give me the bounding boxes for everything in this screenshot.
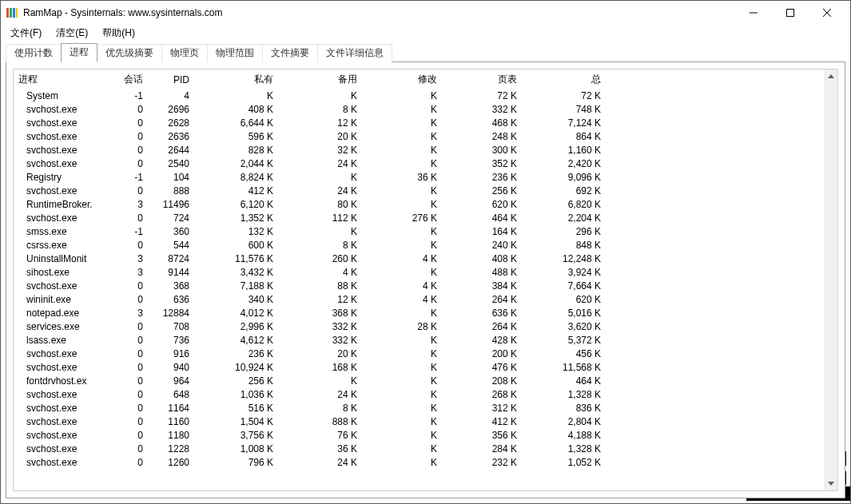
cell-priv: 340 K (196, 293, 280, 307)
process-listview[interactable]: 进程 会话 PID 私有 备用 修改 页表 总 System- (14, 69, 824, 490)
column-headers: 进程 会话 PID 私有 备用 修改 页表 总 (14, 69, 824, 89)
table-row[interactable]: svchost.exe01260796 K24 KK232 K1,052 K (14, 456, 824, 470)
col-process[interactable]: 进程 (14, 69, 109, 89)
table-row[interactable]: svchost.exe02644828 K32 KK300 K1,160 K (14, 144, 824, 157)
table-row[interactable]: fontdrvhost.ex0964256 KKK208 K464 K (14, 375, 824, 388)
table-row[interactable]: Registry-11048,824 KK36 K236 K9,096 K (14, 171, 824, 185)
cell-pt: 236 K (443, 171, 523, 185)
tab-file-summary[interactable]: 文件摘要 (262, 44, 318, 62)
cell-sess: 0 (109, 103, 149, 117)
cell-pid: 1260 (149, 456, 196, 470)
cell-sess: 0 (109, 347, 149, 361)
table-row[interactable]: lsass.exe07364,612 K332 KK428 K5,372 K (14, 334, 824, 347)
cell-tot: 7,664 K (523, 280, 607, 293)
cell-proc: svchost.exe (14, 429, 109, 442)
minimize-button[interactable] (735, 1, 772, 25)
cell-pid: 888 (149, 185, 196, 198)
table-row[interactable]: RuntimeBroker.3114966,120 K80 KK620 K6,8… (14, 198, 824, 212)
svg-rect-3 (16, 8, 18, 18)
col-modified[interactable]: 修改 (364, 69, 443, 89)
scroll-down-button[interactable] (824, 477, 837, 490)
cell-tot: 3,620 K (523, 320, 607, 334)
col-pid[interactable]: PID (149, 69, 196, 89)
window-title: RamMap - Sysinternals: www.sysinternals.… (23, 7, 222, 18)
cell-mod: K (364, 144, 443, 157)
tab-physical-pages[interactable]: 物理页 (161, 44, 208, 62)
cell-pid: 1180 (149, 429, 196, 442)
table-row[interactable]: svchost.exe02636596 K20 KK248 K864 K (14, 130, 824, 144)
cell-pt: 312 K (443, 402, 523, 415)
vertical-scrollbar[interactable] (824, 69, 837, 490)
cell-tot: 7,124 K (523, 117, 607, 130)
table-row[interactable]: svchost.exe02696408 K8 KK332 K748 K (14, 103, 824, 117)
cell-proc: svchost.exe (14, 144, 109, 157)
maximize-button[interactable] (772, 1, 809, 25)
titlebar[interactable]: RamMap - Sysinternals: www.sysinternals.… (1, 1, 850, 25)
cell-pid: 2696 (149, 103, 196, 117)
cell-pt: 240 K (443, 239, 523, 252)
tab-physical-ranges[interactable]: 物理范围 (207, 44, 263, 62)
close-button[interactable] (809, 1, 845, 25)
tab-priority-summary[interactable]: 优先级摘要 (97, 44, 162, 62)
cell-proc: smss.exe (14, 225, 109, 239)
cell-sess: 0 (109, 388, 149, 402)
svg-rect-1 (10, 8, 12, 18)
cell-sess: 3 (109, 266, 149, 280)
cell-sess: 3 (109, 252, 149, 266)
cell-sess: 3 (109, 198, 149, 212)
col-session[interactable]: 会话 (109, 69, 149, 89)
cell-tot: 72 K (523, 89, 607, 103)
cell-priv: 2,044 K (196, 157, 280, 171)
cell-pid: 360 (149, 225, 196, 239)
scroll-up-button[interactable] (824, 69, 837, 83)
cell-pid: 2644 (149, 144, 196, 157)
table-row[interactable]: svchost.exe03687,188 K88 K4 K384 K7,664 … (14, 280, 824, 293)
cell-sess: 0 (109, 117, 149, 130)
tab-processes[interactable]: 进程 (61, 43, 97, 62)
cell-pt: 268 K (443, 388, 523, 402)
table-row[interactable]: svchost.exe06481,036 K24 KK268 K1,328 K (14, 388, 824, 402)
menu-file[interactable]: 文件(F) (4, 25, 48, 42)
table-row[interactable]: svchost.exe012281,008 K36 KK284 K1,328 K (14, 442, 824, 456)
table-row[interactable]: UninstallMonit3872411,576 K260 K4 K408 K… (14, 252, 824, 266)
cell-pid: 636 (149, 293, 196, 307)
table-row[interactable]: svchost.exe011803,756 K76 KK356 K4,188 K (14, 429, 824, 442)
tab-use-counts[interactable]: 使用计数 (6, 44, 62, 62)
table-row[interactable]: notepad.exe3128844,012 K368 KK636 K5,016… (14, 307, 824, 320)
svg-marker-8 (828, 74, 834, 78)
table-row[interactable]: svchost.exe025402,044 K24 KK352 K2,420 K (14, 157, 824, 171)
table-row[interactable]: System-14KKK72 K72 K (14, 89, 824, 103)
menu-empty[interactable]: 清空(E) (50, 25, 94, 42)
cell-sess: 0 (109, 415, 149, 429)
table-row[interactable]: csrss.exe0544600 K8 KK240 K848 K (14, 239, 824, 252)
table-row[interactable]: svchost.exe094010,924 K168 KK476 K11,568… (14, 361, 824, 375)
table-row[interactable]: services.exe07082,996 K332 K28 K264 K3,6… (14, 320, 824, 334)
table-row[interactable]: svchost.exe01164516 K8 KK312 K836 K (14, 402, 824, 415)
cell-mod: K (364, 266, 443, 280)
tab-file-details[interactable]: 文件详细信息 (317, 44, 392, 62)
cell-mod: 4 K (364, 293, 443, 307)
cell-tot: 9,096 K (523, 171, 607, 185)
table-row[interactable]: svchost.exe026286,644 K12 KK468 K7,124 K (14, 117, 824, 130)
table-row[interactable]: wininit.exe0636340 K12 K4 K264 K620 K (14, 293, 824, 307)
col-pagetable[interactable]: 页表 (443, 69, 523, 89)
cell-stdby: K (280, 89, 364, 103)
table-row[interactable]: smss.exe-1360132 KKK164 K296 K (14, 225, 824, 239)
table-row[interactable]: svchost.exe07241,352 K112 K276 K464 K2,2… (14, 212, 824, 225)
table-row[interactable]: svchost.exe0888412 K24 KK256 K692 K (14, 185, 824, 198)
menu-help[interactable]: 帮助(H) (96, 25, 141, 42)
col-total[interactable]: 总 (523, 69, 607, 89)
cell-tot: 12,248 K (523, 252, 607, 266)
col-private[interactable]: 私有 (196, 69, 280, 89)
table-row[interactable]: svchost.exe0916236 K20 KK200 K456 K (14, 347, 824, 361)
cell-pid: 2540 (149, 157, 196, 171)
table-row[interactable]: sihost.exe391443,432 K4 KK488 K3,924 K (14, 266, 824, 280)
cell-tot: 864 K (523, 130, 607, 144)
cell-pid: 11496 (149, 198, 196, 212)
cell-pid: 4 (149, 89, 196, 103)
col-standby[interactable]: 备用 (280, 69, 364, 89)
cell-pid: 916 (149, 347, 196, 361)
table-row[interactable]: svchost.exe011601,504 K888 KK412 K2,804 … (14, 415, 824, 429)
cell-sess: 0 (109, 293, 149, 307)
cell-pid: 708 (149, 320, 196, 334)
